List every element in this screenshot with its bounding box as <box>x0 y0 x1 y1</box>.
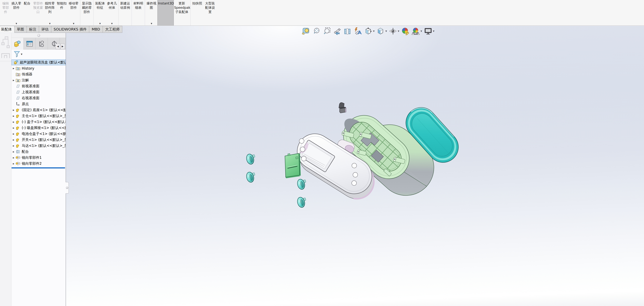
tree-item-1[interactable]: ▶History <box>12 65 66 71</box>
dropdown-arrow-icon[interactable]: ▼ <box>385 30 387 32</box>
graphics-viewport[interactable]: ▼▼▼▼▼ <box>0 26 644 306</box>
tree-item-10[interactable]: ▶(-) 盖子<1> (默认<<默认> <box>12 119 66 125</box>
tree-item-13[interactable]: ▶开关<1> (默认<<默认>_显 <box>12 137 66 143</box>
hide-show-items-icon[interactable]: ▼ <box>389 27 399 36</box>
history-folder-icon <box>16 66 20 71</box>
cmd-智能扣件-button[interactable]: 智能扣件 <box>56 0 68 26</box>
cmd-材料明细表-button[interactable]: 材料明细表 <box>132 0 144 26</box>
rollback-bar[interactable] <box>12 167 65 169</box>
tree-item-15[interactable]: ▶配合 <box>12 149 66 155</box>
tree-item-label: 镜向零部件1 <box>22 155 42 160</box>
panel-splitter[interactable] <box>12 33 66 38</box>
expand-arrow-icon[interactable]: ▶ <box>13 150 16 153</box>
zoom-to-area-icon[interactable] <box>322 27 331 36</box>
expand-arrow-icon[interactable]: ▶ <box>13 139 16 141</box>
cmd-配合-button[interactable]: 配合 <box>22 0 32 26</box>
dropdown-arrow-icon[interactable]: ▼ <box>68 23 80 25</box>
filter-funnel-icon[interactable] <box>14 51 20 58</box>
suction-foot[interactable] <box>296 196 308 208</box>
expand-arrow-icon[interactable]: ▶ <box>13 145 16 147</box>
zoom-to-fit-icon[interactable] <box>312 27 320 36</box>
tree-item-17[interactable]: ▶镜向零部件2 <box>12 161 66 167</box>
tree-item-8[interactable]: ▶(固定) 底座<1> (默认<<默 <box>12 107 66 113</box>
ribbon-tab-评估[interactable]: 评估 <box>39 26 51 33</box>
expand-arrow-icon[interactable]: ▶ <box>13 115 16 117</box>
previous-view-icon[interactable] <box>333 27 342 36</box>
scroll-right-button[interactable]: ▶ <box>60 44 65 49</box>
ribbon-tab-装配体[interactable]: 装配体 <box>0 26 14 33</box>
cmd-移动零部件-button[interactable]: 移动零部件▼ <box>68 0 80 26</box>
tree-item-12[interactable]: ▶电池仓盖子<1> (默认<<默 <box>12 131 66 137</box>
dropdown-arrow-icon[interactable]: ▼ <box>373 30 374 32</box>
edit-appearance-icon[interactable] <box>401 27 410 36</box>
splitter-grip[interactable] <box>37 34 40 37</box>
tree-item-6[interactable]: 右视基准面 <box>12 95 66 101</box>
measure-icon[interactable] <box>302 27 310 36</box>
suction-foot[interactable] <box>245 171 256 183</box>
cmd-更新Speedpak子装配体-button[interactable]: 更新Speedpak子装配体 <box>174 0 190 26</box>
tree-item-14[interactable]: ▶马达<1> (默认<<默认>_显 <box>12 143 66 149</box>
apply-scene-icon[interactable]: ▼ <box>411 27 422 36</box>
featuremanager-tree-tab[interactable] <box>12 38 24 50</box>
cmd-拍快照-button[interactable]: 拍快照 <box>191 0 203 26</box>
cmd-button-label: 智能扣件 <box>57 2 67 10</box>
expand-arrow-icon[interactable]: ▶ <box>13 121 16 123</box>
propertymanager-tab[interactable] <box>24 38 36 50</box>
cmd-爆炸视图-button[interactable]: 爆炸视图▼ <box>146 0 158 26</box>
dropdown-arrow-icon[interactable]: ▼ <box>146 23 158 25</box>
tree-item-5[interactable]: 上视基准面 <box>12 89 66 95</box>
expand-arrow-icon[interactable]: ▶ <box>13 109 16 111</box>
dropdown-arrow-icon[interactable]: ▼ <box>11 23 22 25</box>
cmd-显示隐藏的零部件-button[interactable]: 显示隐藏的零部件 <box>81 0 93 26</box>
switch-part[interactable] <box>339 103 346 113</box>
dropdown-arrow-icon[interactable]: ▼ <box>21 53 22 56</box>
cmd-线性零部件阵列-button[interactable]: 线性零部件阵列▼ <box>44 0 56 26</box>
expand-arrow-icon[interactable]: ▶ <box>13 163 16 165</box>
expand-arrow-icon[interactable]: ▶ <box>13 67 16 70</box>
ribbon-tab-SOLIDWORKS 插件[interactable]: SOLIDWORKS 插件 <box>51 26 90 33</box>
dropdown-arrow-icon[interactable]: ▼ <box>94 23 106 25</box>
cmd-Instant3D-button[interactable]: Instant3D <box>158 0 174 26</box>
dropdown-arrow-icon[interactable]: ▼ <box>106 23 118 25</box>
tree-item-3[interactable]: ▶注解 <box>12 77 66 83</box>
expand-arrow-icon[interactable]: ▶ <box>13 79 16 82</box>
dynamic-annotation-views-icon[interactable] <box>354 27 362 36</box>
expand-arrow-icon[interactable]: ▶ <box>13 127 16 129</box>
cmd-插入零部件-button[interactable]: 插入零部件▼ <box>11 0 22 26</box>
view-orientation-icon[interactable]: ▼ <box>364 27 374 36</box>
display-style-icon[interactable]: ▼ <box>376 27 387 36</box>
part-icon <box>16 143 20 148</box>
tree-item-11[interactable]: ▶(-) 吸盘脚座<1> (默认<<默 <box>12 125 66 131</box>
battery-door-part[interactable] <box>285 153 301 178</box>
dropdown-arrow-icon[interactable]: ▼ <box>44 23 56 25</box>
tree-item-root[interactable]: 超声波眼睛清洗盒 (默认<默认_ <box>12 59 66 65</box>
dropdown-arrow-icon[interactable]: ▼ <box>398 30 399 32</box>
ribbon-tab-标注[interactable]: 标注 <box>27 26 39 33</box>
tree-item-9[interactable]: ▶主仓<1> (默认<<默认>_显 <box>12 113 66 119</box>
tree-item-16[interactable]: ▶镜向零部件1 <box>12 155 66 161</box>
ribbon-tab-草图[interactable]: 草图 <box>14 26 27 33</box>
cmd-新建运动算例-button[interactable]: 新建运动算例 <box>119 0 131 26</box>
tree-item-7[interactable]: 原点 <box>12 101 66 107</box>
suction-foot[interactable] <box>296 178 308 190</box>
expand-arrow-icon[interactable]: ▶ <box>13 157 16 159</box>
exploded-assembly-model[interactable] <box>0 26 644 306</box>
tree-item-4[interactable]: 前视基准面 <box>12 83 66 89</box>
suction-foot[interactable] <box>245 153 256 165</box>
ribbon-tab-大工程师[interactable]: 大工程师 <box>103 26 122 33</box>
scroll-left-button[interactable]: ◀ <box>56 44 60 49</box>
tree-item-2[interactable]: 传感器 <box>12 71 66 77</box>
expand-arrow-icon[interactable]: ▶ <box>13 133 16 135</box>
cmd-大型装配体设置-button[interactable]: 大型装配体设置 <box>203 0 217 26</box>
configurationmanager-tab[interactable] <box>36 38 48 50</box>
cmd-button-label: 新建运动算例 <box>120 2 130 10</box>
ribbon-tab-MBD[interactable]: MBD <box>89 26 102 33</box>
cmd-参考几何体-button[interactable]: 参考几何体▼ <box>106 0 118 26</box>
panel-collapse-handle[interactable] <box>66 182 69 194</box>
dropdown-arrow-icon[interactable]: ▼ <box>433 30 434 32</box>
view-settings-icon[interactable]: ▼ <box>424 27 434 36</box>
tree-item-label: (-) 吸盘脚座<1> (默认<<默 <box>22 125 66 130</box>
section-view-icon[interactable] <box>343 27 352 36</box>
dropdown-arrow-icon[interactable]: ▼ <box>420 30 422 32</box>
cmd-装配体特征-button[interactable]: 装配体特征▼ <box>94 0 106 26</box>
